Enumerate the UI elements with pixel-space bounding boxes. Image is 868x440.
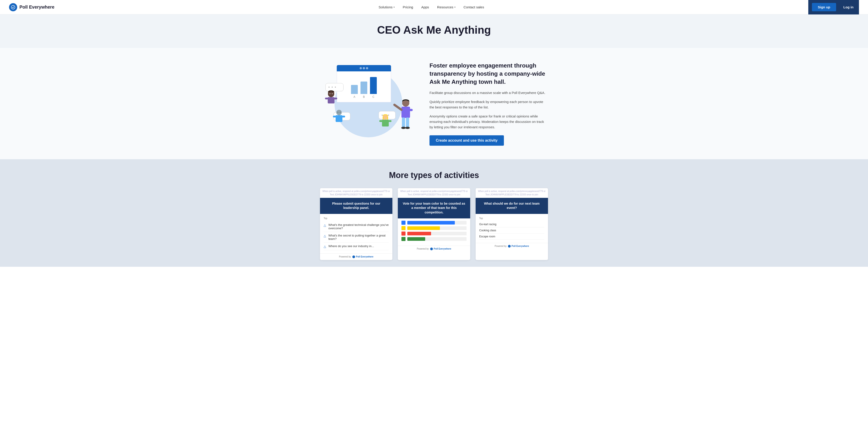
top-label-1: Top	[323, 217, 389, 219]
svg-point-14	[405, 127, 410, 129]
upvote-icon: △	[323, 245, 326, 248]
svg-line-9	[395, 105, 401, 110]
svg-rect-11	[402, 117, 405, 128]
chart-bars	[341, 76, 387, 94]
pe-logo: Poll Everywhere	[508, 245, 529, 247]
list-item: △ What's the secret to putting together …	[323, 232, 389, 243]
color-bars	[401, 221, 467, 241]
card-footer-2: Powered by Poll Everywhere	[398, 245, 470, 252]
svg-rect-10	[409, 109, 413, 111]
nav-solutions[interactable]: Solutions ▾	[375, 3, 398, 11]
bar-fill	[407, 221, 455, 225]
nav-auth-area: Sign up Log in	[808, 0, 859, 14]
nav-apps[interactable]: Apps	[418, 3, 432, 11]
pe-logo-icon	[352, 256, 355, 258]
nav-links: Solutions ▾ Pricing Apps Resources ▾ Con…	[375, 3, 487, 11]
svg-rect-12	[406, 117, 409, 128]
card-subheader-2: When poll is active, respond at pollev.c…	[398, 188, 470, 198]
cta-button[interactable]: Create account and use this activity	[430, 135, 504, 146]
svg-point-20	[340, 112, 341, 113]
bar-track	[407, 237, 467, 241]
card-footer-3: Powered by Poll Everywhere	[475, 243, 548, 249]
list-item	[401, 237, 467, 241]
person-figure-2	[393, 98, 414, 135]
bar-fill	[407, 237, 425, 241]
svg-rect-17	[333, 116, 336, 117]
activity-card-poll: When poll is active, respond at pollev.c…	[398, 188, 470, 260]
hero-section: CEO Ask Me Anything	[0, 14, 868, 48]
upvote-icon: △	[323, 234, 326, 238]
svg-point-6	[332, 93, 333, 94]
list-item: △ What's the greatest technical challeng…	[323, 222, 389, 232]
svg-rect-23	[379, 120, 382, 122]
card-body-2	[398, 218, 470, 245]
upvote-icon: △	[323, 224, 326, 227]
svg-rect-16	[336, 115, 342, 122]
bar-b	[361, 81, 367, 94]
svg-point-15	[336, 110, 342, 115]
chevron-down-icon: ▾	[394, 6, 395, 8]
signup-button[interactable]: Sign up	[812, 3, 836, 11]
list-item: Cooking class	[479, 228, 545, 234]
svg-rect-22	[382, 120, 389, 127]
bar-track	[407, 221, 467, 225]
nav-pricing[interactable]: Pricing	[400, 3, 416, 11]
nav-resources[interactable]: Resources ▾	[434, 3, 459, 11]
list-item	[401, 221, 467, 225]
pe-logo-icon	[508, 245, 511, 247]
logo-text: Poll Everywhere	[20, 4, 55, 10]
logo-link[interactable]: Poll Everywhere	[9, 3, 55, 11]
page-title: CEO Ask Me Anything	[13, 24, 855, 37]
svg-point-19	[338, 112, 338, 113]
svg-rect-8	[401, 107, 410, 118]
bar-a	[351, 85, 358, 94]
card-footer-1: Powered by Poll Everywhere	[320, 253, 393, 260]
svg-point-13	[401, 127, 406, 129]
pe-logo-icon	[430, 247, 433, 250]
list-item: △ Where do you see our industry in...	[323, 243, 389, 250]
svg-point-5	[330, 93, 331, 94]
card-header-2: Vote for your team color to be counted a…	[398, 198, 470, 218]
person-figure-3	[332, 109, 346, 128]
svg-rect-25	[383, 116, 383, 120]
description-heading: Foster employee engagement through trans…	[430, 61, 547, 86]
bar-c	[370, 77, 377, 94]
list-item	[401, 232, 467, 236]
description-area: Foster employee engagement through trans…	[430, 61, 547, 146]
login-button[interactable]: Log in	[838, 0, 859, 14]
card-body-3: Top Go-kart racing Cooking class Escape …	[475, 214, 548, 243]
activity-cards-row: When poll is active, respond at pollev.c…	[13, 188, 855, 260]
navbar: Poll Everywhere Solutions ▾ Pricing Apps…	[0, 0, 868, 14]
svg-rect-3	[325, 98, 328, 99]
description-para-3: Anonymity options create a safe space fo…	[430, 113, 547, 130]
bar-track	[407, 232, 467, 235]
chevron-down-icon: ▾	[454, 6, 456, 8]
bar-fill	[407, 226, 440, 230]
color-swatch-yellow	[401, 226, 405, 230]
more-activities-section: More types of activities When poll is ac…	[0, 159, 868, 267]
color-swatch-blue	[401, 221, 405, 225]
list-item	[401, 226, 467, 230]
person-figure-1	[323, 90, 339, 109]
svg-rect-2	[328, 97, 335, 103]
illustration-screen: A B C	[337, 65, 391, 102]
card-header-3: What should we do for our next team even…	[475, 198, 548, 214]
bar-fill	[407, 232, 431, 235]
card-subheader-1: When poll is active, respond at pollev.c…	[320, 188, 393, 198]
person-figure-4	[379, 114, 392, 133]
svg-point-0	[11, 5, 15, 9]
more-activities-title: More types of activities	[13, 171, 855, 180]
list-item: Escape room	[479, 234, 545, 240]
pe-logo: Poll Everywhere	[430, 247, 451, 250]
activity-card-responses: When poll is active, respond at pollev.c…	[475, 188, 548, 260]
color-swatch-red	[401, 232, 405, 236]
description-para-1: Facilitate group discussions on a massiv…	[430, 90, 547, 96]
nav-contact[interactable]: Contact sales	[461, 3, 487, 11]
description-para-2: Quickly prioritize employee feedback by …	[430, 99, 547, 110]
svg-rect-26	[387, 116, 388, 120]
card-body-1: Top △ What's the greatest technical chal…	[320, 214, 393, 253]
pe-logo: Poll Everywhere	[352, 256, 373, 258]
content-section: • • •	[0, 48, 868, 159]
color-swatch-green	[401, 237, 405, 241]
card-header-1: Please submit questions for our leadersh…	[320, 198, 393, 214]
